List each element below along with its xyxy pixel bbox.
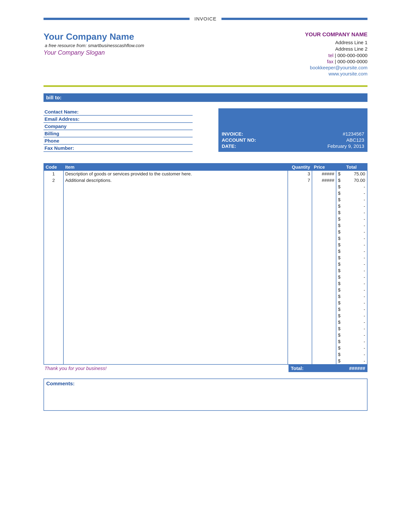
date-value: February 9, 2013 [327,143,364,149]
cell-code [44,235,63,242]
contact-name-field: Contact Name: [44,108,193,116]
cell-price [312,319,336,325]
total-amount: - [364,281,365,286]
cell-item [63,222,288,229]
cell-price: ##### [312,171,336,177]
cell-item [63,338,288,345]
currency-symbol: $ [338,262,341,267]
cell-price [312,267,336,274]
cell-item [63,216,288,222]
cell-code [44,248,63,255]
cell-code [44,274,63,280]
cell-total: $- [336,267,367,274]
currency-symbol: $ [338,307,341,312]
cell-code [44,203,63,209]
cell-code [44,332,63,338]
items-table: Code Item Quantity Price Total 1Descript… [44,164,367,364]
invoice-value: #1234567 [343,131,364,137]
total-amount: - [364,197,365,202]
total-amount: - [364,255,365,260]
telephone-line: tel | 000-000-0000 [305,53,367,58]
cell-quantity [288,345,312,351]
col-price: Price [312,164,336,171]
cell-quantity [288,209,312,216]
cell-quantity [288,261,312,267]
cell-quantity [288,274,312,280]
table-row: 1Description of goods or services provid… [44,171,367,177]
cell-total: $70.00 [336,177,367,184]
cell-code [44,351,63,358]
table-row: $- [44,358,367,364]
cell-total: $- [336,287,367,293]
cell-price [312,209,336,216]
cell-quantity [288,338,312,345]
currency-symbol: $ [338,249,341,254]
table-row: $- [44,261,367,267]
cell-code [44,229,63,235]
cell-price [312,358,336,364]
currency-symbol: $ [338,275,341,280]
cell-item: Additional descriptions. [63,177,288,184]
cell-code [44,338,63,345]
cell-item [63,313,288,319]
cell-total: $- [336,229,367,235]
total-amount: - [364,313,365,318]
cell-code [44,222,63,229]
table-row: 2Additional descriptions.7#####$70.00 [44,177,367,184]
bill-to-bar: bill to: [44,93,367,102]
table-row: $- [44,325,367,332]
cell-price [312,261,336,267]
total-amount: - [364,352,365,357]
cell-quantity [288,287,312,293]
cell-total: $- [336,242,367,248]
total-amount: - [364,294,365,299]
cell-code: 1 [44,171,63,177]
cell-total: $- [336,306,367,313]
cell-quantity [288,313,312,319]
cell-price [312,332,336,338]
cell-item: Description of goods or services provide… [63,171,288,177]
currency-symbol: $ [338,313,341,318]
cell-quantity [288,203,312,209]
bill-to-section: Contact Name: Email Address: Company Bil… [44,108,367,152]
cell-item [63,306,288,313]
cell-quantity [288,197,312,203]
cell-code [44,325,63,332]
cell-quantity [288,280,312,287]
cell-quantity [288,229,312,235]
cell-total: $- [336,300,367,306]
divider-rule [44,85,367,87]
cell-price [312,190,336,197]
cell-total: $- [336,332,367,338]
cell-total: $- [336,325,367,332]
currency-symbol: $ [338,210,341,215]
cell-total: $- [336,293,367,300]
cell-price [312,300,336,306]
currency-symbol: $ [338,345,341,351]
thank-you-note: Thank you for your business! [44,365,289,372]
fax-label: fax [327,59,334,64]
table-row: $- [44,248,367,255]
date-label: DATE: [222,143,236,149]
cell-item [63,325,288,332]
cell-total: $- [336,261,367,267]
currency-symbol: $ [338,217,341,222]
items-table-wrap: Code Item Quantity Price Total 1Descript… [44,163,367,365]
total-amount: 70.00 [354,178,365,183]
cell-total: $- [336,235,367,242]
cell-item [63,197,288,203]
cell-price [312,338,336,345]
total-amount: - [364,345,365,351]
cell-code [44,261,63,267]
phone-field: Phone [44,137,193,145]
cell-quantity [288,216,312,222]
cell-code [44,287,63,293]
total-amount: - [364,229,365,235]
total-amount: - [364,287,365,293]
table-row: $- [44,280,367,287]
cell-item [63,242,288,248]
cell-quantity [288,358,312,364]
cell-total: $- [336,216,367,222]
fax-separator: | [334,59,337,64]
cell-price [312,222,336,229]
